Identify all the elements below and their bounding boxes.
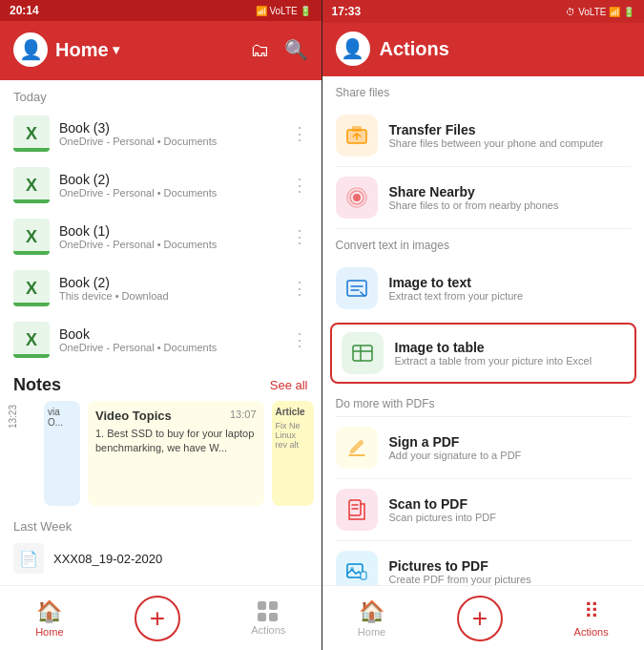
transfer-icon [336,115,378,157]
search-icon[interactable]: 🔍 [284,38,308,61]
rnav-add-button[interactable]: + [457,596,503,641]
pictures-pdf-title: Pictures to PDF [389,558,531,574]
share-nearby-title: Share Nearby [389,184,559,199]
note-time: 13:07 [230,409,257,423]
note-time-side: 13:23 [8,405,18,429]
notes-title: Notes [13,375,61,395]
rnav-home-label: Home [358,626,385,638]
avatar[interactable]: 👤 [13,32,48,67]
share-nearby-item[interactable]: Share Nearby Share files to or from near… [322,167,645,228]
svg-rect-2 [352,126,362,132]
nav-home[interactable]: 🏠 Home [35,599,63,638]
sign-pdf-desc: Add your signature to a PDF [389,450,522,461]
today-label: Today [0,80,322,108]
transfer-files-item[interactable]: Transfer Files Share files between your … [322,105,645,166]
file-item[interactable]: X Book (1) OneDrive - Personal • Documen… [0,211,322,262]
bottom-nav-left: 🏠 Home + Actions [0,585,322,650]
transfer-desc: Share files between your phone and compu… [389,137,604,149]
image-to-text-title: Image to text [389,275,524,290]
image-to-text-icon [336,267,378,309]
rnav-home[interactable]: 🏠 Home [358,599,385,638]
file-name: Book [59,326,281,342]
right-status-bar: 17:33 ⏱ VoLTE 📶 🔋 [322,0,645,23]
file-item[interactable]: X Book (2) This device • Download ⋮ [0,262,322,314]
home-nav-icon: 🏠 [36,599,62,624]
more-icon[interactable]: ⋮ [291,329,308,350]
file-path: OneDrive - Personal • Documents [59,342,281,353]
last-file-item[interactable]: 📄 XXX08_19-02-2020 [0,537,322,579]
right-avatar: 👤 [336,31,370,66]
left-content: Today X Book (3) OneDrive - Personal • D… [0,80,322,650]
left-panel: 20:14 📶 VoLTE 🔋 👤 Home ▾ 🗂 🔍 Today X Boo… [0,0,322,650]
note-card[interactable]: Video Topics 13:07 1. Best SSD to buy fo… [88,401,264,506]
dropdown-arrow-icon: ▾ [113,42,119,57]
file-path: OneDrive - Personal • Documents [59,187,281,199]
notes-header: Notes See all [0,366,322,401]
nav-actions[interactable]: Actions [251,601,285,636]
sign-pdf-item[interactable]: Sign a PDF Add your signature to a PDF [322,417,645,478]
file-name: Book (2) [59,172,281,187]
file-item[interactable]: X Book OneDrive - Personal • Documents ⋮ [0,314,322,366]
more-icon[interactable]: ⋮ [291,123,308,144]
sign-pdf-icon [336,427,378,469]
scan-pdf-title: Scan to PDF [389,496,497,512]
file-path: OneDrive - Personal • Documents [59,239,281,250]
convert-section-label: Convert text in images [322,229,645,258]
see-all-button[interactable]: See all [270,378,308,392]
scan-pdf-item[interactable]: Scan to PDF Scan pictures into PDF [322,479,645,540]
file-name: Book (2) [59,275,281,290]
left-status-icons: 📶 VoLTE 🔋 [256,6,312,16]
share-nearby-icon [336,177,378,219]
svg-rect-11 [361,572,366,579]
excel-icon: X [13,270,50,306]
week-label: Last Week [0,514,322,537]
bottom-nav-right: 🏠 Home + ⠿ Actions [322,585,645,650]
right-time: 17:33 [332,5,362,18]
svg-point-3 [353,194,361,201]
more-icon[interactable]: ⋮ [291,226,308,247]
right-title: Actions [380,38,449,60]
image-to-text-desc: Extract text from your picture [389,290,524,302]
svg-rect-8 [349,500,361,515]
image-to-table-item[interactable]: Image to table Extract a table from your… [330,323,637,384]
last-file-name: XXX08_19-02-2020 [53,552,162,566]
file-path: This device • Download [59,290,281,302]
add-button[interactable]: + [135,596,180,641]
file-item[interactable]: X Book (3) OneDrive - Personal • Documen… [0,108,322,159]
note-partial-right: Article Fix Ne Linux rev alt [272,401,314,506]
share-nearby-desc: Share files to or from nearby phones [389,199,559,211]
file-name: Book (1) [59,223,281,239]
left-header: 👤 Home ▾ 🗂 🔍 [0,21,322,80]
left-time: 20:14 [10,4,39,17]
file-name: Book (3) [59,120,281,136]
note-partial-card: via O... [44,401,80,506]
rnav-actions[interactable]: ⠿ Actions [574,599,609,638]
right-panel: 17:33 ⏱ VoLTE 📶 🔋 👤 Actions Share files … [322,0,645,650]
right-content: Share files Transfer Files Share files b… [322,76,645,650]
folder-icon[interactable]: 🗂 [250,39,269,61]
notes-row: 13:23 via O... Video Topics 13:07 1. Bes… [0,401,322,514]
scan-pdf-desc: Scan pictures into PDF [389,512,497,523]
more-icon[interactable]: ⋮ [291,278,308,299]
pdf-section-label: Do more with PDFs [322,388,645,416]
left-status-bar: 20:14 📶 VoLTE 🔋 [0,0,322,21]
svg-rect-7 [353,346,372,361]
image-to-text-item[interactable]: Image to text Extract text from your pic… [322,258,645,319]
share-section-label: Share files [322,76,645,105]
rnav-actions-label: Actions [574,626,609,638]
note-body: 1. Best SSD to buy for your laptop bench… [95,427,257,456]
excel-icon: X [13,219,50,255]
transfer-title: Transfer Files [389,122,604,137]
home-title[interactable]: Home ▾ [55,39,119,61]
note-title: Video Topics [95,409,172,423]
actions-rnav-icon: ⠿ [584,599,599,624]
more-icon[interactable]: ⋮ [291,175,308,196]
right-status-icons: ⏱ VoLTE 📶 🔋 [566,7,634,17]
image-to-table-icon [342,332,384,374]
file-plain-icon: 📄 [13,543,44,574]
excel-icon: X [13,115,50,152]
image-to-table-desc: Extract a table from your picture into E… [395,355,592,367]
file-item[interactable]: X Book (2) OneDrive - Personal • Documen… [0,159,322,211]
nav-actions-label: Actions [251,624,285,636]
home-rnav-icon: 🏠 [359,599,384,624]
